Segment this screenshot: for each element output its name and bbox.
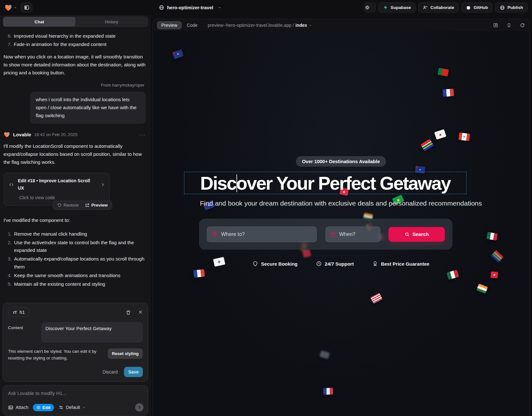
close-icon[interactable] — [138, 310, 143, 314]
preview-toolbar: Preview Code preview--hero-optimizer-tra… — [153, 19, 529, 31]
composer-input[interactable]: Ask Lovable to modify H1... — [8, 390, 143, 396]
list-item: Use the activeIndex state to control bot… — [13, 239, 146, 255]
trash-icon[interactable] — [126, 310, 131, 315]
flag-canada: ✶ — [459, 132, 470, 141]
selected-h1-outline[interactable]: Discover Your Perfect Getaway — [184, 172, 466, 194]
trust-support: 24/7 Support — [316, 261, 354, 267]
external-link-icon — [85, 203, 89, 208]
location-pin-icon — [212, 231, 218, 237]
clock-icon — [316, 261, 322, 267]
collaborate-button[interactable]: Collaborate — [418, 3, 459, 12]
lovable-heart-icon — [4, 4, 12, 11]
flag-portugal — [437, 68, 449, 76]
calendar-icon — [330, 231, 336, 237]
code-icon — [8, 182, 14, 187]
flag-usa — [370, 293, 383, 304]
flag-switzerland-2: + — [490, 271, 498, 278]
chat-scroll-area[interactable]: Improved visual hierarchy in the expande… — [0, 27, 151, 301]
url-host: preview--hero-optimizer-travel.lovable.a… — [208, 23, 294, 28]
project-name: hero-optimizer-travel — [167, 5, 213, 10]
flag-japan: ● — [434, 129, 446, 140]
style-note: This element can't be styled. You can ed… — [8, 348, 104, 362]
app-topbar: hero-optimizer-travel Supabase Collabora… — [0, 0, 532, 15]
trust-best-price: Best Price Guarantee — [372, 261, 429, 267]
content-input[interactable]: Discover Your Perfect Getaway — [41, 322, 143, 343]
edit-card-subtitle: Click to view code — [19, 194, 105, 201]
assistant-paragraph: I'll modify the LocationScroll component… — [4, 142, 146, 166]
text-caret — [236, 174, 237, 192]
chevron-down-icon — [13, 6, 17, 9]
preview-url[interactable]: preview--hero-optimizer-travel.lovable.a… — [208, 23, 312, 28]
message-menu-button[interactable]: ··· — [139, 131, 146, 139]
restore-icon — [57, 203, 62, 208]
mobile-view-icon[interactable] — [507, 23, 511, 28]
destinations-badge: Over 1000+ Destinations Available — [296, 156, 386, 167]
edit-card-actions: Restore Preview — [53, 201, 112, 210]
gear-icon — [365, 5, 370, 10]
reset-styling-button[interactable]: Reset styling — [108, 348, 143, 359]
attach-button[interactable]: Attach — [8, 405, 28, 410]
open-in-new-window-icon[interactable] — [493, 23, 498, 28]
supabase-button[interactable]: Supabase — [379, 3, 415, 12]
hero-title[interactable]: Discover Your Perfect Getaway — [200, 172, 451, 194]
publish-button[interactable]: Publish — [495, 3, 528, 12]
github-button[interactable]: GitHub — [461, 3, 492, 12]
list-item: Fade-in animation for the expanded conte… — [13, 41, 146, 49]
search-bar: Where to? When? Search — [199, 219, 452, 250]
supabase-bolt-icon — [383, 5, 388, 10]
sliders-icon — [58, 405, 64, 410]
list-item: Improved visual hierarchy in the expande… — [13, 32, 146, 40]
assistant-paragraph: Now when you click on a location image, … — [4, 53, 146, 77]
message-from-label: From harrymckayroper — [4, 82, 144, 89]
lovable-heart-icon — [4, 132, 10, 138]
person-plus-icon — [423, 5, 428, 10]
discard-button[interactable]: Discard — [103, 369, 118, 374]
tab-chat[interactable]: Chat — [3, 17, 75, 26]
flag-india-2 — [476, 284, 488, 294]
tab-preview[interactable]: Preview — [157, 21, 182, 29]
sidebar-toggle-button[interactable] — [21, 3, 32, 12]
github-icon — [466, 5, 471, 10]
arrow-up-icon — [137, 405, 142, 410]
tab-code[interactable]: Code — [187, 23, 197, 28]
site-viewport: ✦●✶✦+◆✦++ Over 1000+ Destinations Availa… — [153, 31, 529, 416]
refresh-icon[interactable] — [520, 23, 525, 28]
chevron-down-icon — [82, 406, 86, 409]
sidebar-panel-icon — [24, 5, 29, 10]
element-style-panel: ᴛT h1 Content Discover Your Perfect Geta… — [3, 303, 148, 382]
tab-history[interactable]: History — [75, 17, 148, 26]
save-button[interactable]: Save — [124, 367, 143, 377]
search-button[interactable]: Search — [389, 227, 445, 242]
award-icon — [372, 261, 378, 267]
url-page: index — [296, 23, 307, 28]
message-timestamp: 18:42 on Feb 20, 2025 — [34, 131, 78, 138]
flag-mexico — [486, 232, 497, 240]
edit-mode-pill[interactable]: Edit — [33, 404, 54, 411]
restore-button[interactable]: Restore — [54, 201, 81, 209]
send-button[interactable] — [135, 403, 143, 412]
edit-version-card[interactable]: Edit #18 • Improve Location Scroll UX Cl… — [4, 173, 110, 206]
preview-version-button[interactable]: Preview — [82, 201, 111, 209]
image-icon — [8, 405, 13, 410]
preview-panel: Preview Code preview--hero-optimizer-tra… — [152, 19, 529, 416]
selected-element-tag[interactable]: ᴛT h1 — [8, 307, 29, 317]
assistant-paragraph: I've modified the component to: — [4, 216, 146, 224]
when-input[interactable]: When? — [325, 226, 381, 242]
trust-secure-booking: Secure Booking — [252, 261, 297, 267]
flag-flag-blur-gray — [320, 351, 330, 359]
list-item: Maintain all the existing content and st… — [13, 280, 146, 288]
hero-badge-row: Over 1000+ Destinations Available — [153, 156, 529, 167]
where-to-input[interactable]: Where to? — [207, 226, 317, 242]
user-message-bubble: when i scroll into the individual locati… — [30, 92, 146, 124]
settings-button[interactable] — [364, 3, 376, 12]
content-label: Content — [8, 322, 41, 343]
chat-composer: Ask Lovable to modify H1... Attach Edit … — [3, 385, 148, 416]
mode-select[interactable]: Default — [58, 405, 85, 410]
typography-icon: ᴛT — [13, 310, 17, 315]
element-tag-label: h1 — [19, 310, 25, 315]
project-switcher[interactable]: hero-optimizer-travel — [159, 0, 221, 15]
chat-sidebar: Chat History Improved visual hierarchy i… — [0, 15, 151, 416]
lovable-logo-menu[interactable] — [4, 4, 17, 11]
list-item: Keep the same smooth animations and tran… — [13, 272, 146, 280]
list-item: Automatically expand/collapse locations … — [13, 255, 146, 271]
